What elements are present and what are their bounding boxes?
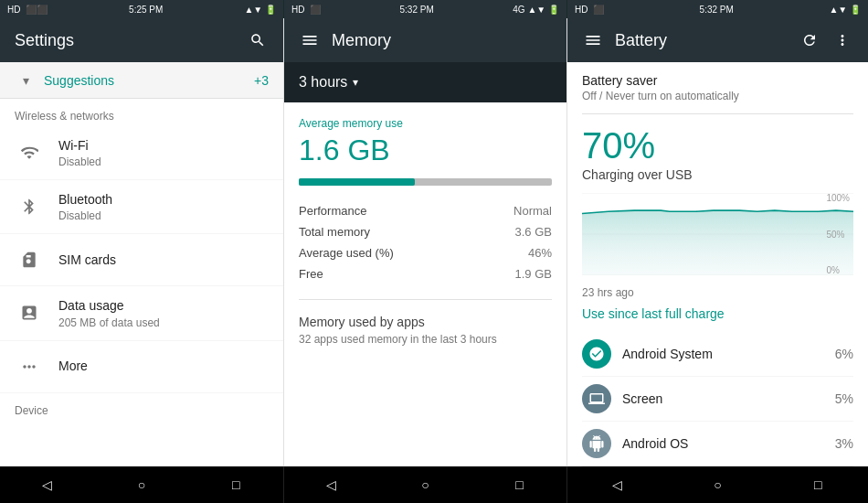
settings-item-more[interactable]: More — [0, 341, 283, 393]
time-value: 3 hours — [299, 74, 347, 91]
battery-saver-section[interactable]: Battery saver Off / Never turn on automa… — [582, 73, 853, 114]
back-button-memory[interactable]: ◁ — [313, 466, 350, 503]
bluetooth-item-text: Bluetooth Disabled — [58, 191, 269, 222]
search-icon[interactable] — [247, 29, 269, 51]
sim-icon — [15, 245, 44, 274]
data-title: Data usage — [58, 297, 269, 314]
recents-button-memory[interactable]: □ — [502, 466, 538, 503]
battery-charging-status: Charging over USB — [582, 167, 853, 182]
memory-menu-icon[interactable] — [299, 29, 321, 51]
back-button-settings[interactable]: ◁ — [29, 466, 66, 503]
wifi-item-text: Wi-Fi Disabled — [58, 137, 269, 168]
stat-free-value: 1.9 GB — [515, 267, 552, 281]
battery-title: Battery — [615, 31, 788, 50]
device-section-header: Device — [0, 393, 283, 421]
more-title: More — [58, 358, 269, 374]
time-dropdown[interactable]: 3 hours ▾ — [299, 74, 358, 91]
back-button-battery[interactable]: ◁ — [599, 466, 636, 503]
more-options-icon[interactable] — [831, 29, 853, 51]
battery-saver-subtitle: Off / Never turn on automatically — [582, 90, 853, 102]
bottom-nav-battery: ◁ ○ □ — [566, 466, 868, 503]
sim-item-text: SIM cards — [58, 252, 269, 268]
dropdown-arrow-icon: ▾ — [353, 76, 358, 89]
screen-name: Screen — [622, 391, 835, 406]
avg-value: 1.6 GB — [299, 134, 552, 167]
bluetooth-title: Bluetooth — [58, 191, 269, 208]
battery-menu-icon[interactable] — [582, 29, 604, 51]
status-icons-left-memory: HD ⬛ — [291, 5, 321, 15]
android-os-name: Android OS — [622, 436, 835, 451]
status-bar-settings: HD ⬛⬛ 5:25 PM ▲▼ 🔋 — [0, 0, 283, 18]
data-subtitle: 205 MB of data used — [58, 316, 269, 329]
app-usage-screen[interactable]: Screen 5% — [582, 377, 853, 422]
status-icons-left-settings: HD ⬛⬛ — [7, 5, 48, 15]
status-icons-right-memory: 4G ▲▼ 🔋 — [513, 5, 559, 15]
android-os-percent: 3% — [835, 436, 853, 451]
android-system-name: Android System — [622, 347, 835, 361]
memory-content: Average memory use 1.6 GB Performance No… — [284, 102, 566, 466]
time-settings: 5:25 PM — [129, 5, 163, 15]
recents-button-settings[interactable]: □ — [217, 466, 254, 503]
time-memory: 5:32 PM — [400, 5, 434, 15]
settings-item-wifi[interactable]: Wi-Fi Disabled — [0, 126, 283, 180]
data-usage-icon — [15, 298, 44, 327]
time-battery: 5:32 PM — [700, 5, 734, 15]
status-bar-memory: HD ⬛ 5:32 PM 4G ▲▼ 🔋 — [283, 0, 566, 18]
battery-chart: 100% 50% 0% — [582, 193, 853, 275]
battery-percent: 70% — [582, 125, 853, 166]
stat-performance-value: Normal — [513, 204, 552, 218]
stat-performance: Performance Normal — [299, 200, 552, 221]
sim-title: SIM cards — [58, 252, 269, 268]
stat-free-label: Free — [299, 267, 323, 281]
chevron-down-icon: ▾ — [15, 70, 37, 91]
stat-free: Free 1.9 GB — [299, 263, 552, 284]
memory-title: Memory — [332, 31, 552, 50]
settings-panel: Settings ▾ Suggestions +3 Wireless & net… — [0, 18, 283, 466]
wifi-icon — [15, 138, 44, 167]
bluetooth-subtitle: Disabled — [58, 209, 269, 222]
wireless-section-header: Wireless & networks — [0, 99, 283, 126]
home-button-battery[interactable]: ○ — [699, 466, 736, 503]
settings-item-sim[interactable]: SIM cards — [0, 234, 283, 286]
status-bar-battery: HD ⬛ 5:32 PM ▲▼ 🔋 — [566, 0, 868, 18]
svg-marker-3 — [582, 210, 853, 275]
home-button-settings[interactable]: ○ — [123, 466, 160, 503]
suggestions-row[interactable]: ▾ Suggestions +3 — [0, 62, 283, 99]
recents-button-battery[interactable]: □ — [799, 466, 836, 503]
memory-panel: Memory 3 hours ▾ Average memory use 1.6 … — [283, 18, 566, 466]
app-usage-android-system[interactable]: Android System 6% — [582, 332, 853, 377]
chart-label-100: 100% — [826, 193, 850, 203]
wifi-title: Wi-Fi — [58, 137, 269, 154]
status-icons-right-battery: ▲▼ 🔋 — [829, 5, 861, 15]
bottom-nav-settings: ◁ ○ □ — [0, 466, 283, 503]
memory-apps-subtitle: 32 apps used memory in the last 3 hours — [299, 333, 552, 346]
memory-bar — [299, 178, 552, 186]
battery-saver-title: Battery saver — [582, 73, 853, 88]
battery-content: Battery saver Off / Never turn on automa… — [567, 62, 868, 466]
data-item-text: Data usage 205 MB of data used — [58, 297, 269, 328]
memory-divider — [299, 299, 552, 300]
stat-performance-label: Performance — [299, 204, 366, 218]
more-icon — [15, 352, 44, 381]
chart-label-0: 0% — [826, 265, 850, 275]
suggestions-label: Suggestions — [44, 73, 254, 88]
time-selector[interactable]: 3 hours ▾ — [284, 62, 566, 102]
refresh-icon[interactable] — [799, 29, 820, 51]
memory-apps-section[interactable]: Memory used by apps 32 apps used memory … — [299, 307, 552, 346]
wifi-subtitle: Disabled — [58, 155, 269, 168]
android-system-icon — [582, 339, 611, 369]
memory-apps-title: Memory used by apps — [299, 315, 552, 329]
settings-item-bluetooth[interactable]: Bluetooth Disabled — [0, 180, 283, 234]
stat-total-label: Total memory — [299, 225, 370, 239]
settings-item-data[interactable]: Data usage 205 MB of data used — [0, 286, 283, 340]
use-since-link[interactable]: Use since last full charge — [582, 306, 853, 321]
status-icons-right-settings: ▲▼ 🔋 — [244, 5, 276, 15]
stat-avg-used-value: 46% — [528, 246, 552, 260]
android-system-percent: 6% — [835, 347, 853, 361]
app-usage-list: Android System 6% Screen 5% — [582, 332, 853, 466]
stat-avg-used-label: Average used (%) — [299, 246, 394, 260]
stat-total-value: 3.6 GB — [515, 225, 552, 239]
app-usage-android-os[interactable]: Android OS 3% — [582, 422, 853, 466]
home-button-memory[interactable]: ○ — [408, 466, 444, 503]
chart-label-50: 50% — [826, 230, 850, 240]
